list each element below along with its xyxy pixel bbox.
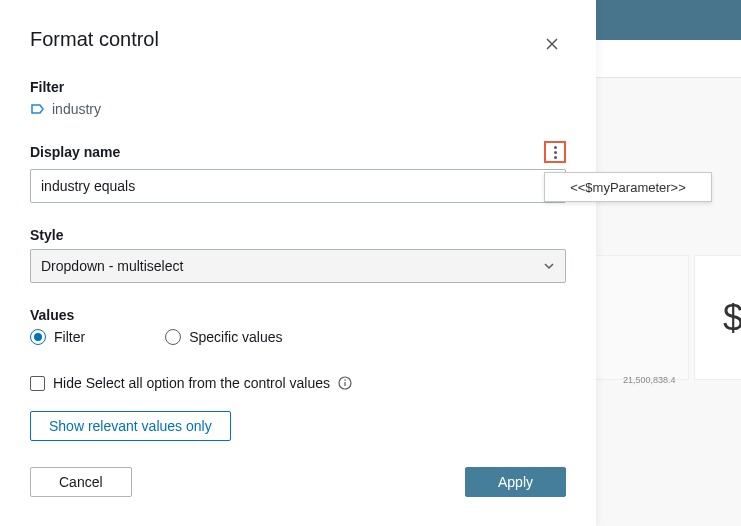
cancel-button[interactable]: Cancel <box>30 467 132 497</box>
show-relevant-values-button[interactable]: Show relevant values only <box>30 411 231 441</box>
values-radio-specific[interactable]: Specific values <box>165 329 282 345</box>
radio-label-specific: Specific values <box>189 329 282 345</box>
values-label: Values <box>30 307 566 323</box>
ellipsis-icon <box>554 146 557 159</box>
hide-select-all-checkbox[interactable] <box>30 376 45 391</box>
filter-name: industry <box>52 101 101 117</box>
modal-footer: Cancel Apply <box>30 467 566 497</box>
values-radio-group: Filter Specific values <box>30 329 566 345</box>
display-name-label: Display name <box>30 144 120 160</box>
chevron-down-icon <box>543 260 555 272</box>
radio-icon <box>30 329 46 345</box>
close-button[interactable] <box>544 36 560 52</box>
filter-row: industry <box>30 101 566 117</box>
close-icon <box>546 38 558 50</box>
display-name-input[interactable] <box>30 169 566 203</box>
values-radio-filter[interactable]: Filter <box>30 329 85 345</box>
parameter-popup[interactable]: <<$myParameter>> <box>544 172 712 202</box>
format-control-modal: Format control Filter industry Display n… <box>0 0 596 526</box>
filter-tag-icon <box>30 101 46 117</box>
style-label: Style <box>30 227 566 243</box>
filter-section-label: Filter <box>30 79 566 95</box>
radio-icon <box>165 329 181 345</box>
background-card <box>595 255 689 380</box>
more-options-button[interactable] <box>544 141 566 163</box>
svg-point-1 <box>344 379 346 381</box>
style-select[interactable]: Dropdown - multiselect <box>30 249 566 283</box>
modal-title: Format control <box>30 28 566 51</box>
chart-value-label: 21,500,838.4 <box>623 375 676 385</box>
radio-label-filter: Filter <box>54 329 85 345</box>
info-icon[interactable] <box>338 376 352 390</box>
hide-select-all-label: Hide Select all option from the control … <box>53 375 330 391</box>
apply-button[interactable]: Apply <box>465 467 566 497</box>
background-metric-card: $ <box>694 255 741 380</box>
hide-select-all-row: Hide Select all option from the control … <box>30 375 566 391</box>
style-select-value: Dropdown - multiselect <box>41 258 183 274</box>
